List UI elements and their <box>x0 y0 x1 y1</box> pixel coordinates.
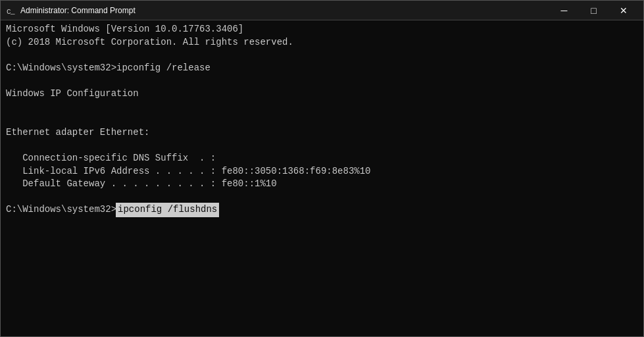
console-line-12: Link-local IPv6 Address . . . . . : fe80… <box>6 165 638 178</box>
console-line-13: Default Gateway . . . . . . . . . : fe80… <box>6 178 638 191</box>
current-command: ipconfig /flushdns <box>116 203 218 217</box>
console-line-5 <box>6 74 638 88</box>
console-line-8 <box>6 113 638 126</box>
console-line-14 <box>6 191 638 204</box>
console-line-4: C:\Windows\system32>ipconfig /release <box>6 62 638 75</box>
window-title: Administrator: Command Prompt <box>20 6 549 15</box>
console-line-6: Windows IP Configuration <box>6 88 638 101</box>
current-prompt-line: C:\Windows\system32>ipconfig /flushdns <box>6 203 638 217</box>
console-line-9: Ethernet adapter Ethernet: <box>6 126 638 140</box>
console-body[interactable]: Microsoft Windows [Version 10.0.17763.34… <box>1 20 643 336</box>
console-line-3 <box>6 49 638 62</box>
close-button[interactable]: ✕ <box>608 1 638 20</box>
prompt-text: C:\Windows\system32> <box>6 203 116 217</box>
console-line-7 <box>6 101 638 114</box>
maximize-button[interactable]: □ <box>579 1 608 20</box>
window-controls: ─ □ ✕ <box>549 1 638 20</box>
console-line-10 <box>6 139 638 152</box>
console-line-1: Microsoft Windows [Version 10.0.17763.34… <box>6 23 638 36</box>
cmd-icon: C _ <box>6 5 16 16</box>
console-line-11: Connection-specific DNS Suffix . : <box>6 152 638 165</box>
cmd-window: C _ Administrator: Command Prompt ─ □ ✕ … <box>0 0 644 337</box>
title-bar: C _ Administrator: Command Prompt ─ □ ✕ <box>1 1 643 20</box>
svg-text:_: _ <box>10 8 15 16</box>
minimize-button[interactable]: ─ <box>549 1 579 20</box>
console-line-2: (c) 2018 Microsoft Corporation. All righ… <box>6 36 638 49</box>
